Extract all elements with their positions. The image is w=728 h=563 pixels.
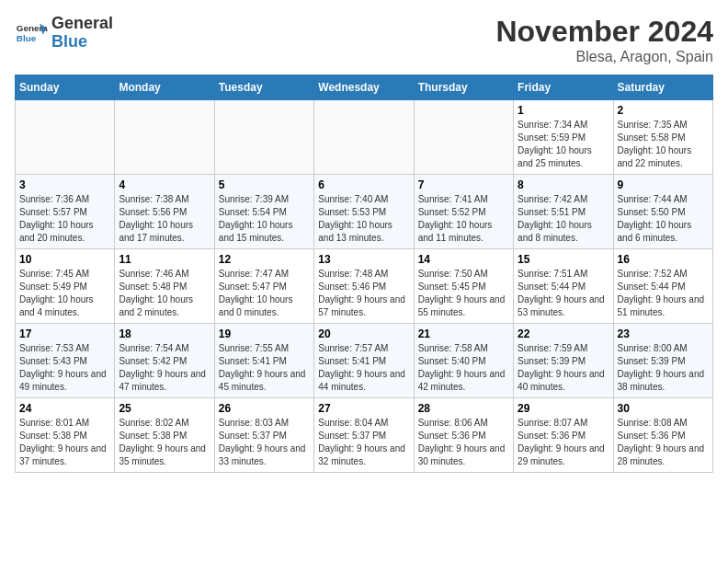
day-info: Sunrise: 8:00 AMSunset: 5:39 PMDaylight:… (618, 342, 709, 394)
calendar-table: SundayMondayTuesdayWednesdayThursdayFrid… (15, 75, 713, 473)
day-info: Sunrise: 7:50 AMSunset: 5:45 PMDaylight:… (418, 268, 509, 319)
day-number: 8 (518, 178, 609, 191)
calendar-cell (214, 100, 313, 175)
day-info: Sunrise: 7:58 AMSunset: 5:40 PMDaylight:… (418, 342, 509, 394)
day-info: Sunrise: 8:01 AMSunset: 5:38 PMDaylight:… (19, 417, 110, 468)
calendar-body: 1Sunrise: 7:34 AMSunset: 5:59 PMDaylight… (16, 100, 713, 473)
day-number: 11 (119, 253, 210, 266)
day-number: 30 (618, 402, 709, 415)
calendar-cell: 10Sunrise: 7:45 AMSunset: 5:49 PMDayligh… (16, 249, 115, 324)
calendar-cell: 8Sunrise: 7:42 AMSunset: 5:51 PMDaylight… (514, 175, 613, 249)
calendar-cell: 18Sunrise: 7:54 AMSunset: 5:42 PMDayligh… (115, 324, 214, 398)
day-number: 6 (318, 178, 409, 191)
day-number: 4 (119, 178, 210, 191)
calendar-cell: 22Sunrise: 7:59 AMSunset: 5:39 PMDayligh… (514, 324, 613, 398)
day-number: 2 (618, 104, 709, 117)
calendar-cell: 12Sunrise: 7:47 AMSunset: 5:47 PMDayligh… (214, 249, 313, 324)
header-row: SundayMondayTuesdayWednesdayThursdayFrid… (16, 75, 713, 100)
calendar-cell (414, 100, 513, 175)
calendar-cell (115, 100, 214, 175)
calendar-cell: 23Sunrise: 8:00 AMSunset: 5:39 PMDayligh… (613, 324, 712, 398)
day-number: 20 (318, 327, 409, 340)
header-day-friday: Friday (514, 75, 613, 100)
day-info: Sunrise: 8:04 AMSunset: 5:37 PMDaylight:… (318, 417, 409, 468)
week-row-1: 1Sunrise: 7:34 AMSunset: 5:59 PMDaylight… (16, 100, 713, 175)
day-info: Sunrise: 7:57 AMSunset: 5:41 PMDaylight:… (318, 342, 409, 394)
day-number: 7 (418, 178, 509, 191)
day-number: 12 (219, 253, 310, 266)
calendar-cell: 24Sunrise: 8:01 AMSunset: 5:38 PMDayligh… (16, 398, 115, 473)
header-day-wednesday: Wednesday (314, 75, 414, 100)
calendar-cell: 26Sunrise: 8:03 AMSunset: 5:37 PMDayligh… (214, 398, 313, 473)
calendar-cell: 9Sunrise: 7:44 AMSunset: 5:50 PMDaylight… (613, 175, 712, 249)
day-number: 28 (418, 402, 509, 415)
day-number: 23 (618, 327, 709, 340)
day-number: 10 (19, 253, 110, 266)
day-info: Sunrise: 7:35 AMSunset: 5:58 PMDaylight:… (618, 119, 709, 170)
day-info: Sunrise: 7:41 AMSunset: 5:52 PMDaylight:… (418, 193, 509, 245)
calendar-cell: 5Sunrise: 7:39 AMSunset: 5:54 PMDaylight… (214, 175, 313, 249)
calendar-subtitle: Blesa, Aragon, Spain (495, 49, 713, 65)
calendar-cell: 4Sunrise: 7:38 AMSunset: 5:56 PMDaylight… (115, 175, 214, 249)
day-info: Sunrise: 7:44 AMSunset: 5:50 PMDaylight:… (618, 193, 709, 245)
calendar-cell: 30Sunrise: 8:08 AMSunset: 5:36 PMDayligh… (613, 398, 712, 473)
calendar-cell: 7Sunrise: 7:41 AMSunset: 5:52 PMDaylight… (414, 175, 513, 249)
day-info: Sunrise: 8:07 AMSunset: 5:36 PMDaylight:… (518, 417, 609, 468)
day-number: 1 (518, 104, 609, 117)
day-info: Sunrise: 7:40 AMSunset: 5:53 PMDaylight:… (318, 193, 409, 245)
calendar-cell (16, 100, 115, 175)
calendar-cell: 28Sunrise: 8:06 AMSunset: 5:36 PMDayligh… (414, 398, 513, 473)
svg-text:Blue: Blue (17, 33, 37, 43)
day-number: 26 (219, 402, 310, 415)
day-info: Sunrise: 7:42 AMSunset: 5:51 PMDaylight:… (518, 193, 609, 245)
day-number: 25 (119, 402, 210, 415)
calendar-cell: 3Sunrise: 7:36 AMSunset: 5:57 PMDaylight… (16, 175, 115, 249)
week-row-3: 10Sunrise: 7:45 AMSunset: 5:49 PMDayligh… (16, 249, 713, 324)
day-info: Sunrise: 7:46 AMSunset: 5:48 PMDaylight:… (119, 268, 210, 319)
calendar-cell: 16Sunrise: 7:52 AMSunset: 5:44 PMDayligh… (613, 249, 712, 324)
day-number: 3 (19, 178, 110, 191)
day-info: Sunrise: 7:53 AMSunset: 5:43 PMDaylight:… (19, 342, 110, 394)
day-info: Sunrise: 7:48 AMSunset: 5:46 PMDaylight:… (318, 268, 409, 319)
day-number: 27 (318, 402, 409, 415)
day-number: 22 (518, 327, 609, 340)
day-number: 14 (418, 253, 509, 266)
day-number: 15 (518, 253, 609, 266)
calendar-cell: 2Sunrise: 7:35 AMSunset: 5:58 PMDaylight… (613, 100, 712, 175)
day-info: Sunrise: 7:36 AMSunset: 5:57 PMDaylight:… (19, 193, 110, 245)
day-info: Sunrise: 7:45 AMSunset: 5:49 PMDaylight:… (19, 268, 110, 319)
day-info: Sunrise: 7:51 AMSunset: 5:44 PMDaylight:… (518, 268, 609, 319)
calendar-cell: 15Sunrise: 7:51 AMSunset: 5:44 PMDayligh… (514, 249, 613, 324)
calendar-title: November 2024 (495, 15, 713, 49)
day-info: Sunrise: 8:03 AMSunset: 5:37 PMDaylight:… (219, 417, 310, 468)
calendar-cell: 14Sunrise: 7:50 AMSunset: 5:45 PMDayligh… (414, 249, 513, 324)
page-header: General Blue General Blue November 2024 … (15, 15, 713, 65)
day-info: Sunrise: 7:54 AMSunset: 5:42 PMDaylight:… (119, 342, 210, 394)
calendar-cell: 19Sunrise: 7:55 AMSunset: 5:41 PMDayligh… (214, 324, 313, 398)
week-row-4: 17Sunrise: 7:53 AMSunset: 5:43 PMDayligh… (16, 324, 713, 398)
calendar-cell: 25Sunrise: 8:02 AMSunset: 5:38 PMDayligh… (115, 398, 214, 473)
week-row-2: 3Sunrise: 7:36 AMSunset: 5:57 PMDaylight… (16, 175, 713, 249)
calendar-cell: 6Sunrise: 7:40 AMSunset: 5:53 PMDaylight… (314, 175, 414, 249)
day-number: 17 (19, 327, 110, 340)
header-day-sunday: Sunday (16, 75, 115, 100)
day-number: 5 (219, 178, 310, 191)
day-info: Sunrise: 8:08 AMSunset: 5:36 PMDaylight:… (618, 417, 709, 468)
day-info: Sunrise: 7:59 AMSunset: 5:39 PMDaylight:… (518, 342, 609, 394)
header-day-tuesday: Tuesday (214, 75, 313, 100)
calendar-cell: 27Sunrise: 8:04 AMSunset: 5:37 PMDayligh… (314, 398, 414, 473)
day-info: Sunrise: 7:52 AMSunset: 5:44 PMDaylight:… (618, 268, 709, 319)
logo-icon: General Blue (15, 17, 48, 50)
calendar-cell (314, 100, 414, 175)
calendar-cell: 29Sunrise: 8:07 AMSunset: 5:36 PMDayligh… (514, 398, 613, 473)
calendar-header: SundayMondayTuesdayWednesdayThursdayFrid… (16, 75, 713, 100)
day-info: Sunrise: 7:39 AMSunset: 5:54 PMDaylight:… (219, 193, 310, 245)
header-day-monday: Monday (115, 75, 214, 100)
day-info: Sunrise: 8:02 AMSunset: 5:38 PMDaylight:… (119, 417, 210, 468)
calendar-cell: 1Sunrise: 7:34 AMSunset: 5:59 PMDaylight… (514, 100, 613, 175)
day-number: 21 (418, 327, 509, 340)
header-day-thursday: Thursday (414, 75, 513, 100)
calendar-cell: 20Sunrise: 7:57 AMSunset: 5:41 PMDayligh… (314, 324, 414, 398)
day-info: Sunrise: 7:47 AMSunset: 5:47 PMDaylight:… (219, 268, 310, 319)
day-info: Sunrise: 8:06 AMSunset: 5:36 PMDaylight:… (418, 417, 509, 468)
